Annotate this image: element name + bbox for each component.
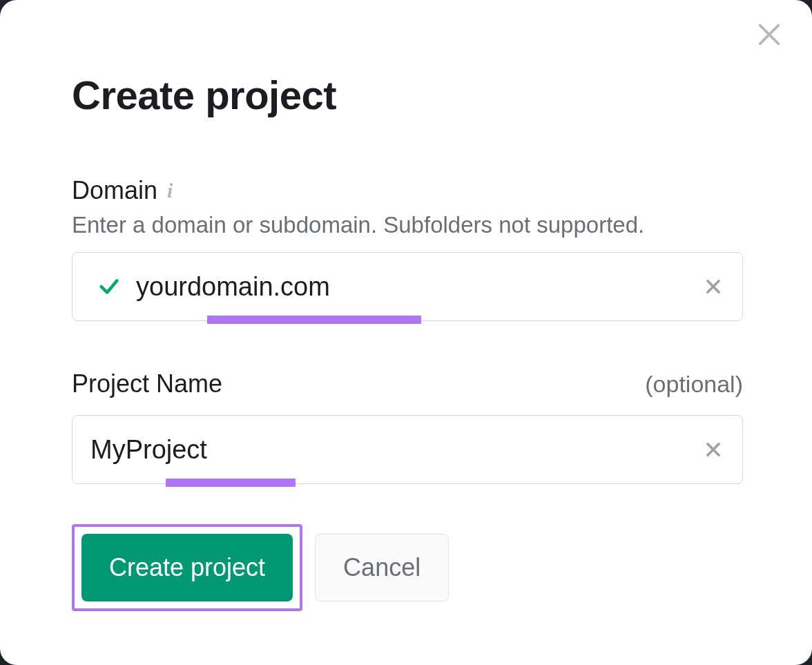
optional-text: (optional) bbox=[645, 371, 743, 398]
domain-field: Domain i Enter a domain or subdomain. Su… bbox=[72, 176, 743, 321]
close-icon bbox=[755, 21, 783, 48]
cancel-button[interactable]: Cancel bbox=[315, 534, 449, 601]
project-name-input-shell bbox=[72, 415, 743, 484]
annotation-underline bbox=[166, 479, 296, 487]
project-name-clear-button[interactable] bbox=[699, 436, 727, 463]
domain-label-row: Domain i bbox=[72, 176, 743, 205]
dialog-button-row: Create project Cancel bbox=[72, 524, 743, 611]
project-name-label: Project Name bbox=[72, 369, 222, 398]
domain-input-shell bbox=[72, 252, 743, 321]
project-name-input[interactable] bbox=[89, 434, 694, 465]
clear-icon bbox=[704, 277, 723, 296]
project-name-label-text: Project Name bbox=[72, 369, 222, 398]
domain-label: Domain i bbox=[72, 176, 173, 205]
create-project-dialog: Create project Domain i Enter a domain o… bbox=[0, 0, 812, 665]
domain-clear-button[interactable] bbox=[699, 273, 727, 300]
project-name-input-wrap bbox=[72, 415, 743, 484]
domain-input[interactable] bbox=[135, 271, 694, 302]
domain-input-wrap bbox=[72, 252, 743, 321]
annotation-underline bbox=[207, 316, 421, 324]
project-name-field: Project Name (optional) bbox=[72, 369, 743, 484]
annotation-highlight-box: Create project bbox=[72, 524, 302, 611]
domain-help-text: Enter a domain or subdomain. Subfolders … bbox=[72, 212, 743, 238]
dialog-title: Create project bbox=[72, 72, 743, 118]
domain-label-text: Domain bbox=[72, 176, 157, 205]
clear-icon bbox=[704, 440, 723, 459]
project-name-label-row: Project Name (optional) bbox=[72, 369, 743, 398]
close-dialog-button[interactable] bbox=[751, 17, 787, 52]
dialog-body: Create project Domain i Enter a domain o… bbox=[0, 0, 812, 665]
create-project-button[interactable]: Create project bbox=[81, 534, 293, 601]
check-icon bbox=[97, 275, 121, 298]
info-icon[interactable]: i bbox=[167, 180, 173, 201]
